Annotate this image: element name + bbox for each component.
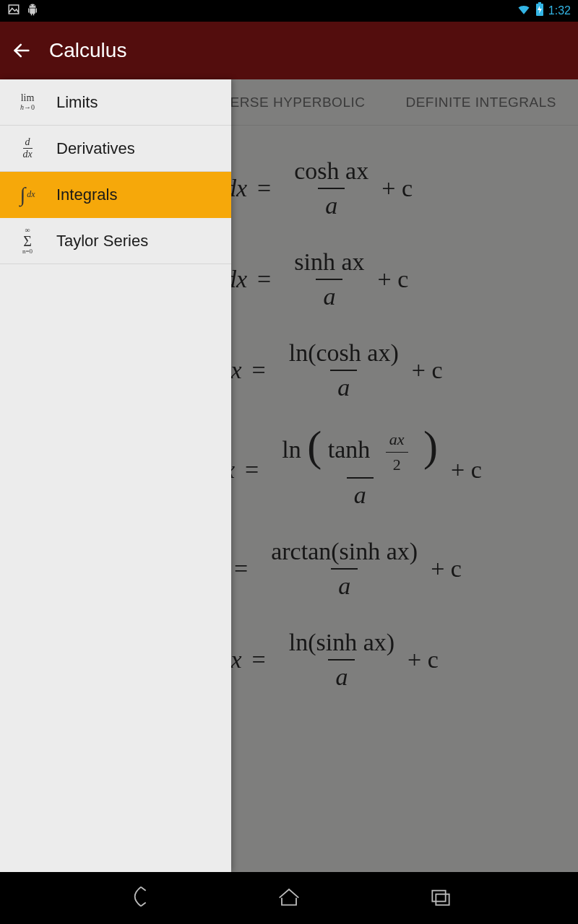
content-viewport: NVERSE HYPERBOLIC DEFINITE INTEGRALS dx … [0, 79, 578, 872]
drawer-item-label: Limits [56, 93, 98, 112]
android-icon [26, 3, 39, 19]
status-bar: 1:32 [0, 0, 578, 22]
nav-recent-icon[interactable] [426, 882, 455, 914]
system-nav-bar [0, 872, 578, 924]
derivative-icon: ddx [13, 134, 42, 163]
svg-rect-4 [538, 2, 541, 4]
back-icon[interactable] [12, 40, 32, 61]
drawer-item-taylor-series[interactable]: ∞Σn=0 Taylor Series [0, 218, 231, 264]
limit-icon: limh→0 [13, 88, 42, 117]
drawer-item-label: Taylor Series [56, 232, 148, 250]
status-time: 1:32 [548, 4, 571, 17]
drawer-item-label: Derivatives [56, 139, 135, 158]
nav-home-icon[interactable] [275, 882, 303, 914]
picture-icon [7, 3, 20, 19]
wifi-icon [517, 2, 531, 19]
drawer-item-limits[interactable]: limh→0 Limits [0, 79, 231, 126]
navigation-drawer: limh→0 Limits ddx Derivatives ∫dx Integr… [0, 79, 231, 872]
app-bar: Calculus [0, 22, 578, 79]
drawer-item-label: Integrals [56, 186, 117, 204]
drawer-item-derivatives[interactable]: ddx Derivatives [0, 126, 231, 172]
svg-rect-8 [436, 894, 449, 905]
page-title: Calculus [49, 39, 126, 62]
nav-back-icon[interactable] [123, 882, 152, 914]
svg-point-1 [30, 5, 32, 6]
battery-icon [535, 2, 544, 19]
svg-point-2 [34, 5, 35, 6]
integral-icon: ∫dx [13, 180, 42, 209]
svg-rect-7 [432, 891, 445, 902]
sigma-icon: ∞Σn=0 [13, 227, 42, 256]
drawer-item-integrals[interactable]: ∫dx Integrals [0, 172, 231, 218]
